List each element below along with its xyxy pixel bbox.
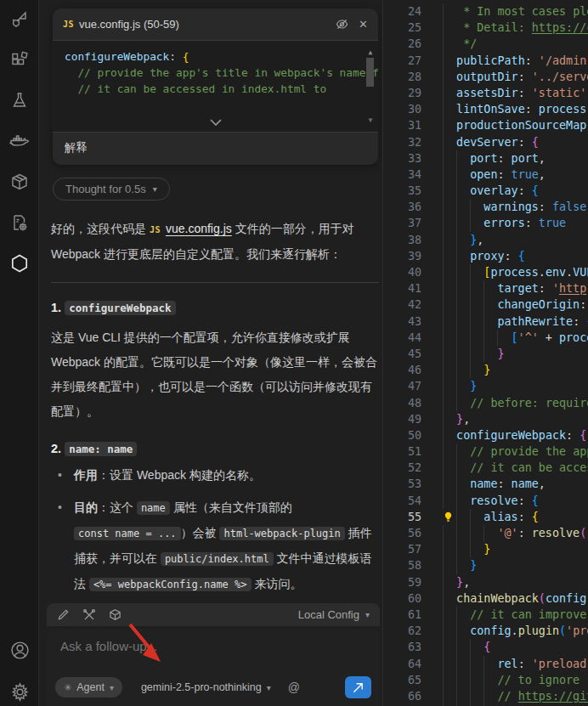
bold-text: 目的 — [74, 500, 98, 514]
editor-line: 35overlay: { — [383, 183, 588, 199]
agent-mode-select[interactable]: ✳ Agent ▾ — [55, 677, 122, 698]
chevron-down-icon: ▾ — [365, 610, 370, 619]
code-token: changeOrigin — [497, 297, 580, 313]
code-token: false — [552, 199, 586, 215]
chat-transcript: JS vue.config.js (50-59) ✕ configureWebp… — [39, 0, 382, 706]
local-config-label: Local Config — [298, 608, 359, 621]
line-number: 64 — [383, 656, 421, 672]
code-token: outputDir — [456, 69, 518, 85]
code-token: } — [470, 232, 477, 248]
thought-duration-toggle[interactable]: Thought for 0.5s ▾ — [53, 178, 170, 201]
snippet-scrollbar: ▲ ▼ — [365, 44, 376, 128]
line-number: 28 — [383, 69, 421, 85]
code-token: : — [518, 525, 532, 541]
editor-line: 64rel: 'preload — [383, 656, 588, 672]
scrollbar-thumb[interactable] — [366, 58, 374, 87]
docker-whale-icon[interactable] — [0, 127, 39, 155]
code-token: * Detail: — [463, 20, 532, 36]
file-gear-icon[interactable] — [0, 208, 39, 237]
code-token: name — [470, 476, 497, 492]
pencil-icon[interactable] — [57, 608, 70, 621]
editor-line: 37errors: true — [383, 215, 588, 231]
inline-code: html-webpack-plugin — [219, 527, 344, 540]
code-token: // it can be acces — [470, 460, 588, 476]
account-icon[interactable] — [0, 635, 39, 664]
activity-bar — [0, 0, 39, 706]
code-token: } — [470, 557, 477, 573]
lightbulb-icon[interactable] — [443, 511, 454, 522]
code-token: { — [518, 248, 525, 264]
code-token: [ — [483, 264, 490, 280]
line-number: 55 — [383, 509, 421, 525]
snippet-code-block[interactable]: configureWebpack: { // provide the app's… — [53, 41, 378, 133]
testing-beaker-icon[interactable] — [0, 86, 39, 115]
line-number: 33 — [383, 150, 421, 167]
send-button[interactable] — [345, 676, 371, 698]
tools-icon[interactable] — [82, 608, 96, 622]
code-token: open — [470, 167, 497, 183]
code-token: config — [470, 623, 511, 639]
editor-line: 41target: 'http — [383, 280, 588, 297]
code-token: : — [539, 199, 552, 215]
settings-gear-icon[interactable] — [0, 677, 39, 706]
followup-input[interactable] — [60, 639, 370, 653]
editor-line: 50configureWebpack: { — [383, 427, 588, 443]
line-number: 40 — [383, 264, 421, 280]
cube-icon[interactable] — [109, 608, 122, 621]
code-token: rel — [497, 656, 517, 672]
editor-line: 28outputDir: '../serve — [383, 69, 588, 85]
code-token: // provide the app — [470, 443, 588, 460]
lightbulb-action[interactable] — [443, 509, 456, 525]
code-token: } — [497, 346, 504, 362]
container-box-icon[interactable] — [0, 167, 39, 196]
code-token: // to ignore r — [497, 672, 588, 688]
run-tools-icon[interactable] — [0, 5, 39, 34]
inline-code: public/index.html — [161, 552, 274, 566]
code-token: + — [539, 330, 559, 346]
line-number: 44 — [383, 330, 421, 346]
code-token: } — [483, 362, 490, 378]
inline-code: name — [137, 501, 170, 515]
section-2-heading: 2. name: name — [51, 442, 374, 455]
inline-code: <%= webpackConfig.name %> — [89, 578, 252, 591]
code-token: { — [532, 493, 539, 509]
model-select[interactable]: gemini-2.5-pro-nothinking ▾ — [141, 681, 271, 693]
bold-text: 作用 — [74, 468, 98, 482]
code-token: https://git — [518, 688, 588, 704]
editor-line: 29assetsDir: 'static', — [383, 85, 588, 101]
code-token: : — [525, 215, 539, 231]
code-token: : — [525, 53, 539, 69]
editor-line: 60chainWebpack(config) — [383, 590, 588, 607]
editor-line: 59}, — [383, 574, 588, 590]
chat-panel: JS vue.config.js (50-59) ✕ configureWebp… — [39, 0, 382, 706]
ai-chat-hexagon-icon[interactable] — [0, 249, 39, 278]
code-token: config — [546, 590, 586, 607]
line-number: 52 — [383, 460, 421, 476]
inline-code: configureWebpack — [65, 301, 175, 315]
file-link[interactable]: JSvue.config.js — [150, 222, 232, 235]
code-token: // provide the app's title in webpack's … — [65, 66, 378, 79]
extensions-icon[interactable] — [0, 46, 39, 75]
code-token: overlay — [470, 183, 517, 199]
chevron-down-icon: ▾ — [110, 683, 114, 692]
editor-line: 34open: true, — [383, 167, 588, 183]
bullet-item: 作用：设置 Webpack 构建的名称。 — [51, 463, 379, 488]
code-editor[interactable]: 24* In most cases ple25* Detail: https:/… — [382, 0, 588, 706]
local-config-select[interactable]: Local Config ▾ — [298, 608, 370, 621]
expand-chevron-icon[interactable] — [210, 114, 222, 130]
code-token: // it can improve — [470, 607, 586, 623]
code-token: name — [512, 476, 539, 492]
code-token: publicPath — [456, 53, 525, 69]
editor-line: 27publicPath: '/admin — [383, 53, 588, 69]
editor-line: 39proxy: { — [383, 248, 588, 264]
code-token: ( — [539, 590, 546, 607]
close-icon[interactable]: ✕ — [359, 18, 368, 31]
code-token: : — [518, 85, 532, 101]
eye-off-icon[interactable] — [336, 18, 348, 31]
editor-line: 30lintOnSave: process — [383, 101, 588, 117]
mention-button[interactable]: @ — [288, 681, 300, 694]
thought-label: Thought for 0.5s — [65, 183, 146, 195]
line-number: 47 — [383, 378, 421, 394]
scroll-down-icon[interactable]: ▼ — [365, 112, 376, 128]
code-token: // — [497, 688, 517, 704]
